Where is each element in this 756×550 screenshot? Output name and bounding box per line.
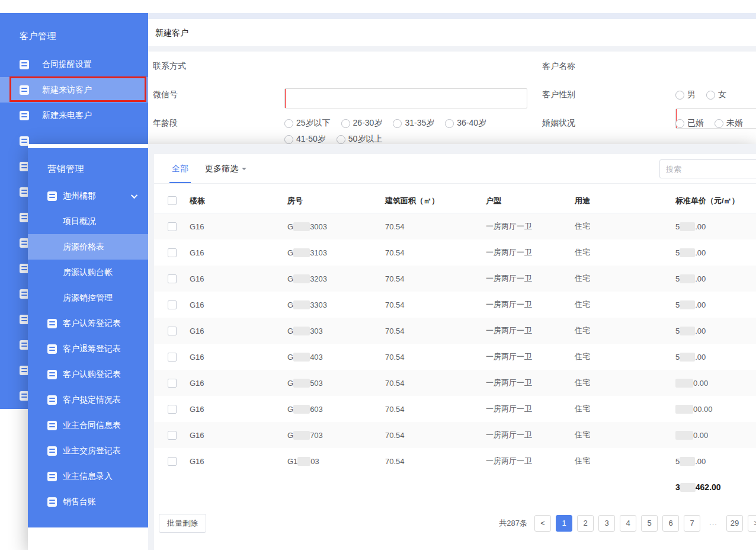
cell-usage: 住宅	[575, 351, 675, 362]
cell-room-number: G703	[287, 431, 385, 440]
redaction-blur	[297, 457, 310, 466]
cell-usage: 住宅	[575, 404, 675, 414]
sidebar2-item-label: 客户挞定情况表	[63, 395, 121, 405]
sidebar2-item[interactable]: 客户认筹登记表	[28, 311, 148, 336]
row-checkbox[interactable]	[168, 353, 177, 362]
row-checkbox[interactable]	[168, 327, 177, 335]
radio-option[interactable]: 36-40岁	[445, 118, 486, 129]
radio-icon	[706, 91, 715, 100]
menu-icon	[47, 472, 57, 481]
pagination-next-button[interactable]: >	[748, 515, 756, 532]
pagination-page-button[interactable]: 3	[598, 515, 615, 532]
radio-option[interactable]: 已婚	[675, 118, 704, 129]
cell-unit-price: 0.00	[675, 431, 756, 440]
radio-option[interactable]: 男	[675, 89, 696, 100]
pagination-page-button[interactable]: 7	[684, 515, 700, 532]
row-checkbox[interactable]	[168, 300, 177, 309]
sidebar2-item[interactable]: 业主信息录入	[28, 463, 148, 489]
radio-label: 未婚	[726, 118, 743, 129]
sidebar2-sub-item[interactable]: 房源销控管理	[28, 285, 148, 311]
pagination-ellipsis: ...	[705, 515, 722, 532]
table-row: G16G60370.54一房两厅一卫住宅00.00	[154, 396, 756, 422]
sidebar2-item[interactable]: 业主合同信息表	[28, 412, 148, 438]
menu-icon	[20, 60, 29, 69]
pagination-page-button[interactable]: 5	[641, 515, 658, 532]
redaction-blur	[293, 248, 310, 257]
radio-icon	[341, 119, 350, 128]
tab-all[interactable]: 全部	[172, 154, 188, 183]
contact-label: 联系方式	[153, 61, 186, 72]
total-value-suffix: 462.00	[696, 482, 721, 492]
menu-icon	[47, 319, 57, 328]
redaction-blur	[293, 431, 310, 440]
cell-unit-price: 00.00	[675, 405, 756, 414]
sidebar-item-project[interactable]: 迦州橘郡	[28, 183, 148, 209]
column-header: 户型	[486, 196, 575, 206]
cell-room-number: G603	[287, 405, 385, 414]
radio-label: 36-40岁	[457, 118, 486, 129]
price-table: 楼栋房号建筑面积（㎡）户型用途标准单价（元/㎡） G16G300370.54一房…	[154, 188, 756, 500]
pagination: 共287条 <1234567...29>	[499, 515, 756, 532]
cell-room-number: G3103	[287, 248, 385, 257]
pagination-prev-button[interactable]: <	[534, 515, 551, 532]
row-checkbox[interactable]	[168, 274, 177, 283]
pagination-page-button[interactable]: 1	[556, 515, 572, 532]
row-checkbox[interactable]	[168, 379, 177, 388]
table-row: G16G70370.54一房两厅一卫住宅0.00	[154, 422, 756, 448]
chevron-down-icon	[131, 191, 137, 198]
table-body: G16G300370.54一房两厅一卫住宅5.00G16G310370.54一房…	[154, 213, 756, 474]
sidebar2-sub-item[interactable]: 房源价格表	[28, 234, 148, 260]
sidebar2-sub-item[interactable]: 房源认购台帐	[28, 260, 148, 285]
row-checkbox[interactable]	[168, 248, 177, 257]
select-all-checkbox[interactable]	[168, 196, 177, 205]
column-header: 建筑面积（㎡）	[385, 196, 486, 206]
sidebar2-item[interactable]: 客户挞定情况表	[28, 387, 148, 412]
age-options-line2: 41-50岁50岁以上	[284, 129, 527, 144]
radio-option[interactable]: 50岁以上	[337, 134, 383, 144]
row-checkbox[interactable]	[168, 222, 177, 231]
pagination-page-button[interactable]: 6	[662, 515, 679, 532]
pagination-page-button[interactable]: 2	[577, 515, 594, 532]
radio-option[interactable]: 41-50岁	[284, 134, 326, 144]
screen: { "colors": { "sidebar_blue": "#4e80ec",…	[0, 0, 756, 550]
search-input[interactable]	[659, 159, 756, 178]
batch-delete-button[interactable]: 批量删除	[159, 514, 206, 533]
sidebar2-sub-item[interactable]: 项目概况	[28, 209, 148, 234]
radio-option[interactable]: 31-35岁	[393, 118, 434, 129]
contact-input[interactable]	[284, 88, 527, 108]
radio-option[interactable]: 女	[706, 89, 726, 100]
radio-icon	[337, 135, 345, 144]
sidebar2-item[interactable]: 客户认购登记表	[28, 362, 148, 387]
row-checkbox[interactable]	[168, 405, 177, 414]
radio-option[interactable]: 26-30岁	[341, 118, 383, 129]
row-checkbox[interactable]	[168, 457, 177, 466]
sidebar2-item[interactable]: 客户退筹登记表	[28, 336, 148, 362]
total-row: 3462.00	[154, 474, 756, 500]
pagination-page-button[interactable]: 29	[726, 515, 743, 532]
table-header-row: 楼栋房号建筑面积（㎡）户型用途标准单价（元/㎡）	[154, 188, 756, 213]
table-row: G16G30370.54一房两厅一卫住宅5.00	[154, 318, 756, 344]
cell-usage: 住宅	[575, 456, 675, 466]
sidebar-item[interactable]: 合同提醒设置	[0, 52, 148, 77]
table-row: G16G40370.54一房两厅一卫住宅5.00	[154, 344, 756, 370]
radio-option[interactable]: 25岁以下	[284, 118, 331, 129]
menu-icon	[47, 344, 57, 354]
cell-building: G16	[190, 274, 287, 283]
tab-more-filter[interactable]: 更多筛选	[205, 154, 246, 183]
table-row: G16G300370.54一房两厅一卫住宅5.00	[154, 213, 756, 239]
radio-label: 男	[687, 89, 696, 100]
radio-label: 41-50岁	[296, 134, 326, 144]
sidebar-item[interactable]: 新建来电客户	[0, 103, 148, 128]
table-row: G16G310370.54一房两厅一卫住宅5.00	[154, 239, 756, 266]
redaction-blur	[293, 405, 310, 414]
cell-layout: 一房两厅一卫	[486, 404, 575, 414]
pagination-page-button[interactable]: 4	[620, 515, 636, 532]
redaction-blur	[293, 353, 310, 362]
sidebar2-menu: 客户认筹登记表客户退筹登记表客户认购登记表客户挞定情况表业主合同信息表业主交房登…	[28, 311, 148, 514]
sidebar2-item[interactable]: 销售台账	[28, 489, 148, 514]
row-checkbox[interactable]	[168, 431, 177, 440]
redaction-blur	[680, 274, 695, 283]
radio-option[interactable]: 未婚	[715, 118, 743, 129]
sidebar2-item[interactable]: 业主交房登记表	[28, 438, 148, 463]
sidebar-item[interactable]: 新建来访客户	[0, 77, 148, 103]
